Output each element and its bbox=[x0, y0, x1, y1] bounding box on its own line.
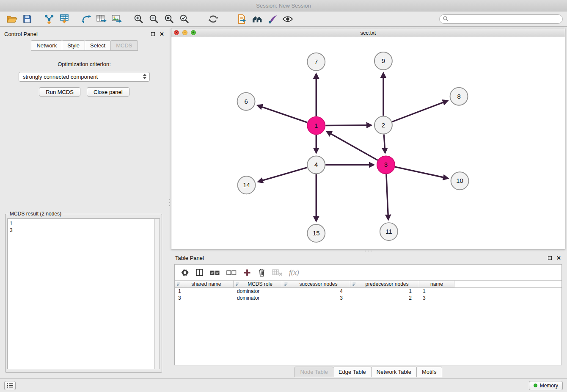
tab-network-table[interactable]: Network Table bbox=[371, 367, 417, 377]
close-panel-icon[interactable]: ✕ bbox=[160, 31, 164, 37]
float-panel-icon[interactable] bbox=[151, 32, 155, 36]
zoom-out-button[interactable] bbox=[146, 13, 162, 25]
function-builder-icon: f(x) bbox=[289, 268, 299, 277]
graph-edge-2-8[interactable] bbox=[392, 101, 447, 121]
network-graph[interactable]: 7968124314101511 bbox=[171, 37, 565, 249]
table-header-row: shared name MCDS role successor nodes bbox=[175, 280, 561, 288]
open-session-button[interactable] bbox=[4, 13, 19, 25]
tab-node-table[interactable]: Node Table bbox=[295, 367, 333, 377]
svg-text:15: 15 bbox=[313, 229, 320, 237]
zoom-fit-button[interactable] bbox=[162, 13, 177, 25]
save-session-button[interactable] bbox=[19, 13, 35, 25]
graph-node-10[interactable]: 10 bbox=[451, 172, 469, 190]
graph-node-3[interactable]: 3 bbox=[377, 156, 395, 174]
share-document-button[interactable] bbox=[234, 13, 250, 25]
window-close-icon[interactable]: ✕ bbox=[174, 30, 179, 35]
style-brush-button[interactable] bbox=[265, 13, 280, 25]
memory-button[interactable]: Memory bbox=[529, 381, 563, 390]
memory-label: Memory bbox=[540, 383, 558, 389]
graph-node-2[interactable]: 2 bbox=[374, 116, 392, 134]
graph-edge-2-3[interactable] bbox=[384, 134, 385, 152]
select-all-button[interactable] bbox=[210, 269, 220, 276]
table-row[interactable]: 3 dominator 3 2 3 bbox=[175, 295, 561, 301]
cell-successor-nodes: 4 bbox=[282, 288, 350, 295]
search-input[interactable] bbox=[451, 16, 559, 22]
sort-icon bbox=[284, 282, 289, 287]
network-canvas[interactable]: 7968124314101511 bbox=[171, 37, 565, 249]
graph-node-8[interactable]: 8 bbox=[450, 88, 468, 105]
result-line: 1 bbox=[10, 221, 13, 226]
home-button[interactable] bbox=[250, 13, 265, 25]
svg-text:11: 11 bbox=[385, 228, 392, 235]
graph-node-1[interactable]: 1 bbox=[307, 117, 325, 135]
optimization-criterion-select[interactable]: strongly connected component bbox=[19, 72, 150, 82]
cell-shared-name: 1 bbox=[175, 288, 234, 295]
function-builder-button[interactable]: f(x) bbox=[289, 268, 299, 277]
folder-open-icon bbox=[6, 14, 17, 24]
optimization-criterion-value: strongly connected component bbox=[23, 74, 98, 80]
main-toolbar bbox=[0, 11, 567, 27]
task-history-button[interactable] bbox=[4, 381, 16, 390]
window-minimize-icon[interactable]: – bbox=[182, 30, 187, 35]
graph-node-11[interactable]: 11 bbox=[380, 223, 398, 240]
svg-text:9: 9 bbox=[382, 57, 385, 64]
table-empty-area bbox=[175, 301, 561, 365]
tab-style[interactable]: Style bbox=[62, 40, 85, 51]
close-panel-icon[interactable]: ✕ bbox=[556, 255, 561, 261]
refresh-view-button[interactable] bbox=[206, 13, 221, 25]
zoom-in-button[interactable] bbox=[131, 13, 146, 25]
delete-column-button[interactable] bbox=[258, 268, 266, 277]
show-hide-graphics-button[interactable] bbox=[280, 13, 295, 25]
close-panel-button[interactable]: Close panel bbox=[87, 87, 129, 97]
deselect-all-button[interactable] bbox=[226, 269, 237, 276]
delete-table-button[interactable] bbox=[272, 269, 283, 276]
search-icon bbox=[443, 16, 449, 22]
import-table-button[interactable] bbox=[57, 13, 72, 25]
graph-edge-3-11[interactable] bbox=[386, 174, 388, 219]
table-settings-button[interactable] bbox=[181, 268, 189, 277]
float-panel-icon[interactable] bbox=[548, 256, 552, 260]
add-column-button[interactable] bbox=[243, 268, 251, 277]
graph-node-4[interactable]: 4 bbox=[307, 156, 325, 174]
export-table-button[interactable] bbox=[94, 13, 109, 25]
column-header-name[interactable]: name bbox=[419, 280, 454, 288]
graph-edge-1-2[interactable] bbox=[325, 125, 371, 126]
tab-motifs[interactable]: Motifs bbox=[416, 367, 442, 377]
tab-edge-table[interactable]: Edge Table bbox=[333, 367, 372, 377]
mcds-result-text[interactable]: 1 3 bbox=[7, 218, 154, 369]
run-mcds-button[interactable]: Run MCDS bbox=[39, 87, 80, 97]
new-network-button[interactable] bbox=[79, 13, 94, 25]
svg-text:14: 14 bbox=[243, 181, 250, 188]
graph-edge-4-14[interactable] bbox=[259, 168, 307, 182]
table-row[interactable]: 1 dominator 4 1 1 bbox=[175, 288, 561, 295]
tab-network[interactable]: Network bbox=[31, 40, 62, 51]
control-panel-header: Control Panel ✕ bbox=[0, 29, 168, 39]
column-header-mcds-role[interactable]: MCDS role bbox=[234, 280, 282, 288]
column-header-shared-name[interactable]: shared name bbox=[175, 280, 234, 288]
result-scrollbar[interactable] bbox=[154, 218, 160, 369]
graph-node-7[interactable]: 7 bbox=[307, 53, 325, 71]
graph-edge-1-6[interactable] bbox=[258, 105, 308, 122]
import-network-button[interactable] bbox=[41, 13, 57, 25]
tab-select[interactable]: Select bbox=[85, 40, 111, 51]
graph-node-9[interactable]: 9 bbox=[374, 52, 392, 70]
svg-text:1: 1 bbox=[314, 122, 318, 129]
show-columns-button[interactable] bbox=[195, 268, 204, 276]
export-image-button[interactable] bbox=[109, 13, 124, 25]
toolbar-search[interactable] bbox=[439, 14, 563, 24]
graph-edge-3-10[interactable] bbox=[395, 167, 447, 178]
svg-text:4: 4 bbox=[314, 161, 318, 168]
graph-node-14[interactable]: 14 bbox=[238, 176, 256, 194]
graph-node-15[interactable]: 15 bbox=[307, 224, 325, 242]
svg-text:8: 8 bbox=[457, 93, 460, 100]
column-header-predecessor-nodes[interactable]: predecessor nodes bbox=[350, 280, 419, 288]
table-panel-header: Table Panel ✕ bbox=[171, 253, 565, 263]
window-zoom-icon[interactable]: + bbox=[191, 30, 196, 35]
cell-predecessor-nodes: 2 bbox=[350, 295, 419, 301]
tab-mcds[interactable]: MCDS bbox=[110, 40, 138, 51]
column-header-successor-nodes[interactable]: successor nodes bbox=[282, 280, 350, 288]
horizontal-splitter[interactable] bbox=[171, 249, 565, 253]
zoom-selected-button[interactable] bbox=[177, 13, 192, 25]
graph-edge-3-1[interactable] bbox=[327, 132, 377, 160]
graph-node-6[interactable]: 6 bbox=[237, 93, 255, 110]
